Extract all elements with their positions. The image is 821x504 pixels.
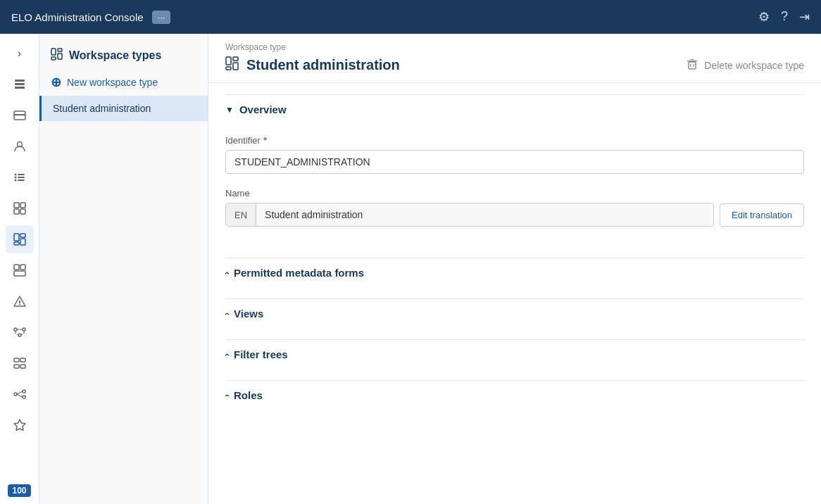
- svg-rect-41: [233, 63, 238, 70]
- delete-label: Delete workspace type: [704, 60, 804, 71]
- overview-chevron-icon: ▼: [225, 105, 234, 115]
- svg-point-25: [14, 328, 17, 331]
- sidebar-item-feed[interactable]: [6, 349, 34, 377]
- svg-rect-15: [20, 209, 25, 214]
- roles-section-header[interactable]: › Roles: [225, 380, 804, 410]
- sidebar-item-workflow[interactable]: [6, 318, 34, 346]
- svg-rect-42: [226, 67, 231, 70]
- main-title-text: Student administration: [246, 57, 400, 73]
- sidebar-item-alert[interactable]: [6, 287, 34, 315]
- svg-rect-29: [20, 358, 25, 362]
- svg-rect-20: [14, 265, 19, 270]
- views-label: Views: [234, 308, 263, 320]
- sidebar-item-documents[interactable]: [6, 70, 34, 99]
- permitted-metadata-forms-section: › Permitted metadata forms: [225, 258, 804, 287]
- help-icon[interactable]: ?: [781, 9, 788, 25]
- svg-rect-40: [233, 57, 238, 61]
- delete-workspace-type-button[interactable]: Delete workspace type: [686, 58, 804, 73]
- svg-rect-44: [689, 62, 696, 69]
- svg-rect-4: [14, 114, 25, 115]
- svg-point-33: [23, 390, 25, 393]
- name-input[interactable]: [256, 203, 713, 226]
- svg-rect-11: [18, 179, 25, 181]
- svg-point-34: [23, 396, 25, 398]
- identifier-required: *: [263, 135, 267, 146]
- settings-icon[interactable]: ⚙: [758, 9, 770, 25]
- svg-rect-13: [20, 203, 25, 208]
- roles-chevron-icon: ›: [222, 394, 232, 397]
- svg-rect-37: [58, 53, 62, 59]
- left-panel: Workspace types ⊕ New workspace type Stu…: [39, 34, 208, 504]
- svg-rect-16: [14, 234, 19, 241]
- main-title: Student administration: [225, 56, 400, 74]
- svg-point-26: [23, 328, 25, 331]
- badge-100: 100: [8, 484, 30, 497]
- main-content: Workspace type Student administration De…: [208, 34, 821, 504]
- logout-icon[interactable]: ⇥: [799, 9, 810, 25]
- filter-trees-chevron-icon: ›: [222, 353, 232, 356]
- sidebar-expand-button[interactable]: ›: [6, 39, 34, 68]
- svg-rect-23: [19, 301, 20, 303]
- svg-rect-7: [18, 174, 25, 175]
- svg-rect-35: [51, 49, 56, 55]
- svg-rect-2: [15, 87, 25, 89]
- layout: ›: [0, 34, 821, 504]
- edit-translation-button[interactable]: Edit translation: [720, 203, 804, 227]
- svg-point-6: [14, 174, 16, 176]
- sidebar-item-module[interactable]: [6, 256, 34, 284]
- app-title: ELO Administration Console: [11, 11, 144, 23]
- left-panel-header: Workspace types: [39, 34, 208, 69]
- svg-rect-9: [18, 177, 25, 178]
- new-workspace-type-button[interactable]: ⊕ New workspace type: [39, 69, 208, 96]
- svg-rect-36: [58, 49, 62, 51]
- sidebar-item-users[interactable]: [6, 132, 34, 160]
- workspace-types-header-icon: [51, 48, 63, 63]
- svg-point-32: [14, 393, 17, 396]
- name-row-wrapper: EN Edit translation: [225, 203, 804, 227]
- svg-rect-1: [15, 83, 25, 85]
- svg-point-10: [14, 179, 16, 182]
- sidebar-item-billing[interactable]: [6, 101, 34, 130]
- sidebar-item-grid[interactable]: [6, 194, 34, 222]
- overview-section: ▼ Overview Identifier *: [225, 94, 804, 246]
- workspace-type-list: Student administration: [39, 96, 208, 504]
- svg-point-8: [14, 177, 16, 179]
- new-workspace-type-label: New workspace type: [67, 77, 158, 88]
- permitted-metadata-chevron-icon: ›: [222, 272, 232, 275]
- views-section: › Views: [225, 298, 804, 328]
- svg-rect-12: [14, 203, 19, 208]
- icon-sidebar: ›: [0, 34, 39, 504]
- svg-rect-30: [14, 365, 19, 368]
- svg-point-27: [18, 334, 21, 336]
- identifier-input[interactable]: [225, 150, 804, 174]
- svg-rect-21: [20, 265, 25, 270]
- roles-label: Roles: [234, 389, 263, 401]
- sidebar-item-star[interactable]: [6, 411, 34, 439]
- filter-trees-section-header[interactable]: › Filter trees: [225, 339, 804, 369]
- name-label: Name: [225, 188, 804, 199]
- breadcrumb: Workspace type: [225, 42, 804, 52]
- svg-rect-38: [51, 57, 56, 60]
- views-section-header[interactable]: › Views: [225, 298, 804, 328]
- overview-section-body: Identifier * Name EN: [225, 124, 804, 246]
- svg-rect-14: [14, 209, 19, 214]
- svg-rect-17: [20, 234, 25, 237]
- overview-section-label: Overview: [239, 103, 287, 115]
- main-header: Workspace type Student administration De…: [208, 34, 821, 83]
- sidebar-item-connections[interactable]: [6, 380, 34, 408]
- list-item-student-administration[interactable]: Student administration: [39, 96, 208, 121]
- roles-section: › Roles: [225, 380, 804, 410]
- svg-rect-0: [15, 80, 25, 82]
- sidebar-item-list[interactable]: [6, 163, 34, 191]
- identifier-form-group: Identifier *: [225, 135, 804, 174]
- sidebar-item-workspace[interactable]: [6, 225, 34, 253]
- topbar: ELO Administration Console ··· ⚙ ? ⇥: [0, 0, 821, 34]
- svg-point-24: [19, 304, 20, 305]
- permitted-metadata-section-header[interactable]: › Permitted metadata forms: [225, 258, 804, 287]
- permitted-metadata-label: Permitted metadata forms: [234, 267, 364, 279]
- filter-trees-label: Filter trees: [234, 348, 288, 360]
- svg-rect-39: [226, 57, 231, 65]
- svg-rect-18: [20, 239, 25, 245]
- svg-rect-22: [14, 271, 25, 276]
- overview-section-header[interactable]: ▼ Overview: [225, 94, 804, 124]
